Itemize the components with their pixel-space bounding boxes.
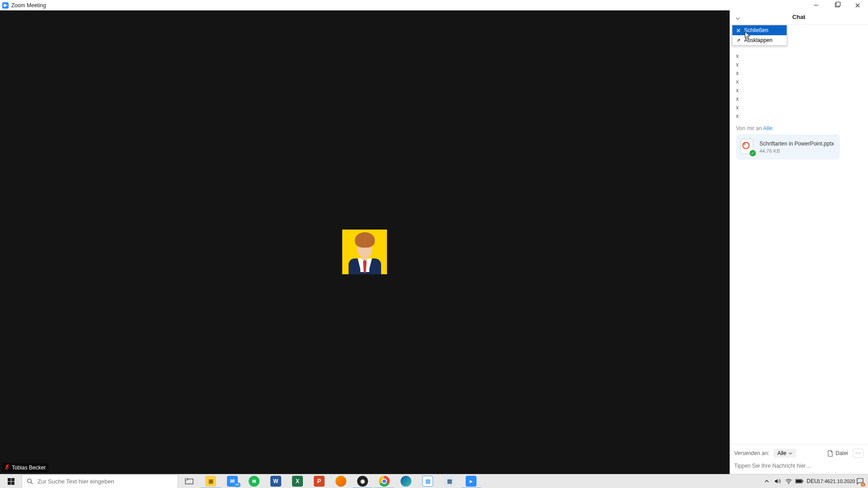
chat-message: x xyxy=(736,52,862,61)
chat-from-prefix: Von mir an xyxy=(736,125,763,131)
tray-volume-icon[interactable] xyxy=(772,474,783,488)
windows-logo-icon xyxy=(8,478,14,485)
send-to-dropdown[interactable]: Alle xyxy=(774,449,796,458)
chat-header: Chat xyxy=(730,10,868,25)
tray-notifications-button[interactable]: 1 xyxy=(853,474,867,488)
chevron-down-icon xyxy=(788,451,793,455)
attach-file-label: Datei xyxy=(835,450,848,456)
obs-icon: ◉ xyxy=(357,476,368,487)
svg-point-0 xyxy=(28,479,31,483)
edge-icon xyxy=(401,476,411,487)
dropdown-popout-item[interactable]: Ausklappen xyxy=(732,35,787,45)
excel-icon: X xyxy=(292,476,303,487)
chat-message: x xyxy=(736,112,862,121)
window-maximize-button[interactable] xyxy=(826,0,847,10)
system-tray: DEU 17:46 21.10.2020 1 xyxy=(761,474,868,488)
taskbar-app-obs[interactable]: ◉ xyxy=(352,474,373,488)
window-title: Zoom Meeting xyxy=(11,2,46,9)
muted-mic-icon xyxy=(5,464,9,471)
tray-clock[interactable]: 17:46 21.10.2020 xyxy=(820,474,853,488)
file-size: 44.76 KB xyxy=(760,148,834,154)
popout-arrow-icon xyxy=(736,38,741,42)
folder-icon: ▣ xyxy=(205,476,216,487)
svg-rect-2 xyxy=(185,478,188,480)
taskbar-app-zoom[interactable]: ▸ xyxy=(460,474,482,488)
taskbar-app-word[interactable]: W xyxy=(265,474,287,488)
task-view-icon xyxy=(185,478,193,485)
chat-title: Chat xyxy=(730,14,868,20)
taskbar-app-chrome[interactable] xyxy=(373,474,395,488)
chat-messages: x x x x x x x x Von mir an Alle: ✓ Schri… xyxy=(730,25,868,444)
chat-compose-area: Versenden an: Alle Datei ⋯ xyxy=(730,444,868,474)
dropdown-popout-label: Ausklappen xyxy=(744,37,773,43)
spotify-icon: ≋ xyxy=(249,476,259,487)
app-icon: ▦ xyxy=(444,476,455,487)
dropdown-close-label: Schließen xyxy=(744,27,768,33)
tray-battery-icon[interactable] xyxy=(794,474,805,488)
chat-options-dropdown: Schließen Ausklappen xyxy=(732,25,787,46)
tray-chevron-up-icon[interactable] xyxy=(761,474,772,488)
chat-message: x xyxy=(736,69,862,78)
taskbar-app-spotify[interactable]: ≋ xyxy=(243,474,265,488)
chat-from-line: Von mir an Alle: xyxy=(736,125,862,131)
taskbar-search[interactable] xyxy=(22,474,178,488)
chat-file-attachment[interactable]: ✓ Schriftarten in PowerPoint.pptx 44.76 … xyxy=(736,134,840,160)
svg-rect-5 xyxy=(796,480,802,483)
chat-panel: Chat Schließen Ausklappen x x x x x x x … xyxy=(730,10,868,474)
chat-message: x xyxy=(736,61,862,69)
svg-rect-6 xyxy=(802,480,803,482)
taskbar-app-firefox[interactable] xyxy=(330,474,352,488)
chrome-icon xyxy=(379,476,390,487)
mail-badge: 69 xyxy=(234,483,241,487)
window-close-button[interactable] xyxy=(847,0,868,10)
chat-input[interactable] xyxy=(734,463,863,469)
search-icon xyxy=(27,478,33,484)
participant-avatar xyxy=(342,230,387,274)
meeting-video-area: Tobias Becker xyxy=(0,10,730,474)
file-icon xyxy=(827,450,833,457)
taskbar-app-mail[interactable]: ✉69 xyxy=(222,474,243,488)
window-minimize-button[interactable] xyxy=(806,0,826,10)
tray-date: 21.10.2020 xyxy=(830,479,855,484)
notification-badge: 1 xyxy=(861,483,865,487)
chat-more-button[interactable]: ⋯ xyxy=(853,449,863,458)
taskbar-app-edge[interactable] xyxy=(395,474,417,488)
svg-point-3 xyxy=(788,483,789,484)
dropdown-close-item[interactable]: Schließen xyxy=(732,25,787,35)
chat-message: x xyxy=(736,78,862,86)
zoom-taskbar-icon: ▸ xyxy=(466,476,476,487)
firefox-icon xyxy=(335,476,346,487)
participant-name: Tobias Becker xyxy=(12,465,46,471)
window-titlebar: Zoom Meeting xyxy=(0,0,868,10)
task-view-button[interactable] xyxy=(178,474,200,488)
taskbar-app-generic[interactable]: ▦ xyxy=(439,474,460,488)
send-to-value: Alle xyxy=(777,450,786,456)
taskbar-search-input[interactable] xyxy=(38,478,173,485)
taskbar-app-excel[interactable]: X xyxy=(287,474,308,488)
participant-name-tag: Tobias Becker xyxy=(2,463,48,472)
word-icon: W xyxy=(270,476,281,487)
chat-message: x xyxy=(736,103,862,112)
zoom-icon xyxy=(2,2,9,9)
chat-message: x xyxy=(736,86,862,95)
chat-message: x xyxy=(736,95,862,103)
chat-from-target: Alle xyxy=(763,125,772,131)
checkmark-icon: ✓ xyxy=(750,150,756,156)
file-name: Schriftarten in PowerPoint.pptx xyxy=(760,141,834,147)
attach-file-button[interactable]: Datei xyxy=(827,450,848,457)
chat-from-suffix: : xyxy=(772,125,774,131)
taskbar-app-explorer[interactable]: ▣ xyxy=(200,474,222,488)
tray-wifi-icon[interactable] xyxy=(783,474,794,488)
powerpoint-file-icon: ✓ xyxy=(741,139,754,155)
start-button[interactable] xyxy=(0,474,22,488)
close-icon xyxy=(736,28,741,33)
powerpoint-icon: P xyxy=(314,476,325,487)
notepad-icon: ▤ xyxy=(422,476,433,487)
windows-taskbar: ▣ ✉69 ≋ W X P ◉ ▤ ▦ ▸ DEU 17:46 21.10.20… xyxy=(0,474,868,488)
send-to-label: Versenden an: xyxy=(734,450,769,456)
taskbar-app-notepad[interactable]: ▤ xyxy=(417,474,439,488)
taskbar-app-powerpoint[interactable]: P xyxy=(308,474,330,488)
tray-time: 17:46 xyxy=(818,479,830,484)
